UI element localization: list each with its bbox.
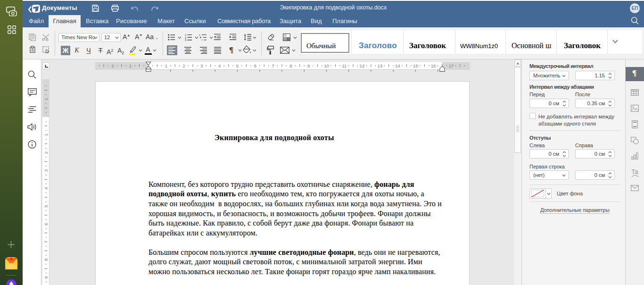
svg-text:4: 4	[43, 187, 49, 190]
svg-text:1: 1	[129, 63, 132, 68]
svg-text:3: 3	[43, 169, 49, 172]
svg-text:8: 8	[43, 259, 49, 261]
svg-text:7: 7	[43, 241, 49, 243]
svg-text:13: 13	[378, 63, 383, 68]
svg-text:15: 15	[413, 63, 418, 68]
svg-text:1: 1	[199, 34, 200, 36]
svg-text:2: 2	[43, 151, 49, 154]
svg-text:12: 12	[360, 63, 365, 68]
svg-text:10: 10	[324, 63, 329, 68]
svg-text:1: 1	[165, 63, 167, 68]
svg-text:2: 2	[182, 63, 185, 68]
svg-text:5: 5	[236, 63, 239, 68]
svg-text:1: 1	[43, 134, 49, 136]
svg-text:9: 9	[307, 63, 310, 68]
svg-text:6: 6	[43, 223, 49, 225]
svg-text:11: 11	[342, 63, 347, 68]
svg-text:8: 8	[289, 63, 292, 68]
svg-text:3: 3	[200, 63, 203, 68]
svg-text:1: 1	[43, 98, 49, 101]
svg-text:5: 5	[43, 205, 49, 207]
svg-text:17: 17	[449, 63, 454, 68]
svg-text:14: 14	[395, 63, 400, 68]
svg-text:4: 4	[218, 63, 221, 68]
svg-text:16: 16	[431, 63, 436, 68]
svg-text:7: 7	[272, 63, 274, 68]
svg-text:2: 2	[111, 63, 114, 68]
svg-text:9: 9	[43, 277, 49, 279]
svg-text:3: 3	[185, 39, 187, 41]
svg-text:6: 6	[254, 63, 256, 68]
